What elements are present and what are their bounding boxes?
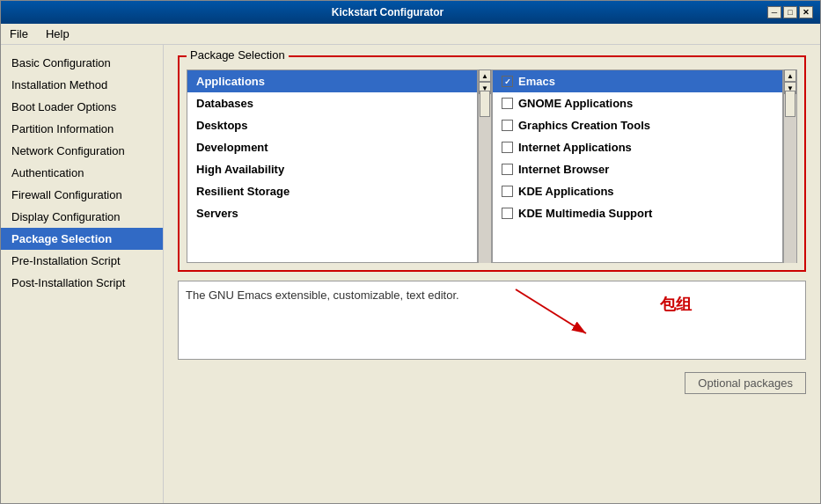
window-title: Kickstart Configurator <box>8 6 767 18</box>
sidebar-item-package-selection[interactable]: Package Selection <box>1 228 163 250</box>
emacs-label: Emacs <box>518 75 555 88</box>
category-desktops[interactable]: Desktops <box>187 114 477 136</box>
menu-help[interactable]: Help <box>40 26 75 42</box>
packages-list[interactable]: Emacs GNOME Applications Graphics Creati… <box>492 69 783 263</box>
sidebar-item-installation-method[interactable]: Installation Method <box>1 74 163 96</box>
internet-apps-label: Internet Applications <box>518 141 632 154</box>
maximize-button[interactable]: □ <box>783 6 797 18</box>
package-internet-browser[interactable]: Internet Browser <box>493 158 782 180</box>
menu-file[interactable]: File <box>4 26 33 42</box>
optional-packages-button[interactable]: Optional packages <box>685 372 806 394</box>
packages-scrollbar[interactable]: ▲ ▼ <box>783 69 797 263</box>
sidebar-item-network-configuration[interactable]: Network Configuration <box>1 140 163 162</box>
sidebar-item-basic-configuration[interactable]: Basic Configuration <box>1 52 163 74</box>
group-title: Package Selection <box>187 48 289 62</box>
internet-apps-checkbox[interactable] <box>502 142 513 153</box>
description-text: The GNU Emacs extensible, customizable, … <box>186 289 459 302</box>
packages-scrollbar-up[interactable]: ▲ <box>784 69 796 82</box>
right-panel: Package Selection Applications Databases… <box>164 45 820 503</box>
package-graphics-creation-tools[interactable]: Graphics Creation Tools <box>493 114 782 136</box>
package-kde-applications[interactable]: KDE Applications <box>493 180 782 202</box>
categories-scrollbar[interactable]: ▲ ▼ <box>478 69 492 263</box>
kde-apps-checkbox[interactable] <box>502 186 513 197</box>
category-applications[interactable]: Applications <box>187 70 477 92</box>
category-development[interactable]: Development <box>187 136 477 158</box>
category-databases[interactable]: Databases <box>187 92 477 114</box>
category-high-availability[interactable]: High Availability <box>187 158 477 180</box>
sidebar-item-partition-information[interactable]: Partition Information <box>1 118 163 140</box>
title-bar: Kickstart Configurator ─ □ ✕ <box>1 1 820 24</box>
category-resilient-storage[interactable]: Resilient Storage <box>187 180 477 202</box>
package-selection-group: Package Selection Applications Databases… <box>178 55 806 272</box>
bottom-area: Optional packages <box>178 369 806 398</box>
gnome-checkbox[interactable] <box>502 98 513 109</box>
kde-apps-label: KDE Applications <box>518 185 614 198</box>
sidebar-item-display-configuration[interactable]: Display Configuration <box>1 206 163 228</box>
menu-bar: File Help <box>1 24 820 45</box>
internet-browser-checkbox[interactable] <box>502 164 513 175</box>
minimize-button[interactable]: ─ <box>767 6 781 18</box>
annotation-text: 包组 <box>660 294 692 315</box>
sidebar-item-boot-loader-options[interactable]: Boot Loader Options <box>1 96 163 118</box>
graphics-label: Graphics Creation Tools <box>518 119 650 132</box>
sidebar-item-post-installation-script[interactable]: Post-Installation Script <box>1 272 163 294</box>
internet-browser-label: Internet Browser <box>518 163 609 176</box>
close-button[interactable]: ✕ <box>799 6 813 18</box>
lists-container: Applications Databases Desktops Developm… <box>187 69 797 263</box>
package-gnome-applications[interactable]: GNOME Applications <box>493 92 782 114</box>
sidebar: Basic Configuration Installation Method … <box>1 45 164 503</box>
kde-multimedia-label: KDE Multimedia Support <box>518 207 652 220</box>
package-emacs[interactable]: Emacs <box>493 70 782 92</box>
gnome-label: GNOME Applications <box>518 97 633 110</box>
main-window: Kickstart Configurator ─ □ ✕ File Help B… <box>0 0 821 504</box>
sidebar-item-authentication[interactable]: Authentication <box>1 162 163 184</box>
sidebar-item-firewall-configuration[interactable]: Firewall Configuration <box>1 184 163 206</box>
svg-line-1 <box>516 289 586 333</box>
package-description: The GNU Emacs extensible, customizable, … <box>178 281 806 360</box>
emacs-checkbox[interactable] <box>502 76 513 87</box>
categories-list[interactable]: Applications Databases Desktops Developm… <box>187 69 478 263</box>
package-internet-applications[interactable]: Internet Applications <box>493 136 782 158</box>
window-controls: ─ □ ✕ <box>767 6 813 18</box>
main-content: Basic Configuration Installation Method … <box>1 45 820 503</box>
kde-multimedia-checkbox[interactable] <box>502 208 513 219</box>
packages-scrollbar-thumb <box>785 91 795 117</box>
package-kde-multimedia-support[interactable]: KDE Multimedia Support <box>493 202 782 224</box>
scrollbar-up[interactable]: ▲ <box>479 69 491 82</box>
category-servers[interactable]: Servers <box>187 202 477 224</box>
scrollbar-thumb <box>480 91 490 117</box>
sidebar-item-pre-installation-script[interactable]: Pre-Installation Script <box>1 250 163 272</box>
annotation-svg <box>516 289 630 342</box>
description-area: The GNU Emacs extensible, customizable, … <box>178 281 806 360</box>
graphics-checkbox[interactable] <box>502 120 513 131</box>
